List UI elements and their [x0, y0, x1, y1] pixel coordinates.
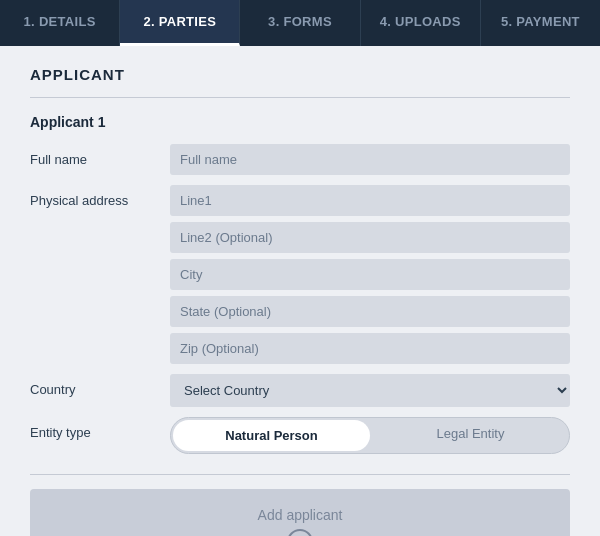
add-applicant-button[interactable]: Add applicant + — [30, 489, 570, 536]
physical-address-label: Physical address — [30, 185, 170, 208]
tab-parties[interactable]: 2. PARTIES — [120, 0, 240, 46]
physical-address-inputs — [170, 185, 570, 364]
toggle-legal-entity[interactable]: Legal Entity — [372, 418, 569, 453]
address-state-input[interactable] — [170, 296, 570, 327]
tab-forms[interactable]: 3. FORMS — [240, 0, 360, 46]
full-name-input[interactable] — [170, 144, 570, 175]
entity-type-label: Entity type — [30, 417, 170, 440]
add-applicant-label: Add applicant — [258, 507, 343, 523]
toggle-natural-person[interactable]: Natural Person — [173, 420, 370, 451]
tab-uploads[interactable]: 4. UPLOADS — [361, 0, 481, 46]
section-title: APPLICANT — [30, 66, 570, 83]
add-applicant-section: Add applicant + — [30, 474, 570, 536]
country-inputs: Select Country — [170, 374, 570, 407]
address-city-input[interactable] — [170, 259, 570, 290]
full-name-label: Full name — [30, 144, 170, 167]
entity-toggle: Natural Person Legal Entity — [170, 417, 570, 454]
country-row: Country Select Country — [30, 374, 570, 407]
tab-payment[interactable]: 5. PAYMENT — [481, 0, 600, 46]
country-label: Country — [30, 374, 170, 397]
full-name-inputs — [170, 144, 570, 175]
address-zip-input[interactable] — [170, 333, 570, 364]
section-divider — [30, 97, 570, 98]
applicant-label: Applicant 1 — [30, 114, 570, 130]
physical-address-row: Physical address — [30, 185, 570, 364]
country-select[interactable]: Select Country — [170, 374, 570, 407]
entity-type-row: Entity type Natural Person Legal Entity — [30, 417, 570, 454]
tab-details[interactable]: 1. DETAILS — [0, 0, 120, 46]
address-line2-input[interactable] — [170, 222, 570, 253]
main-content: APPLICANT Applicant 1 Full name Physical… — [0, 46, 600, 536]
tab-bar: 1. DETAILS 2. PARTIES 3. FORMS 4. UPLOAD… — [0, 0, 600, 46]
entity-type-inputs: Natural Person Legal Entity — [170, 417, 570, 454]
address-line1-input[interactable] — [170, 185, 570, 216]
full-name-row: Full name — [30, 144, 570, 175]
add-applicant-icon: + — [287, 529, 313, 536]
